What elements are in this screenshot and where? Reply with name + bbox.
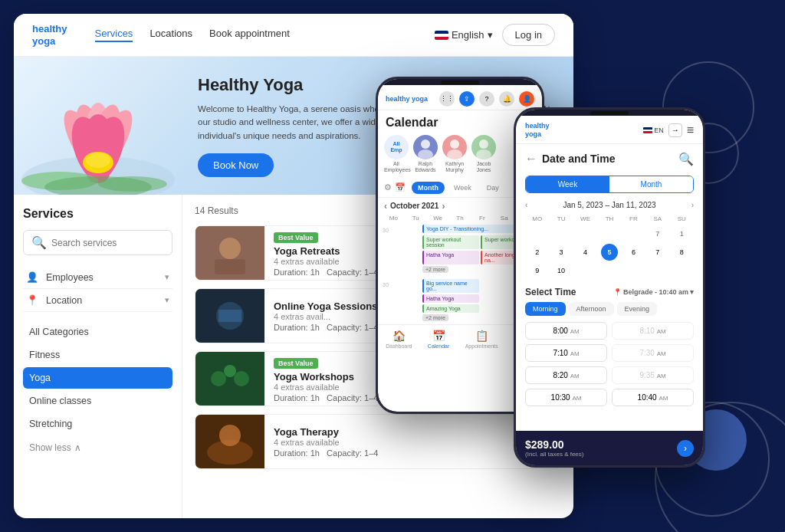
time-slot-1030[interactable]: 10:30 AM: [525, 389, 607, 406]
nav-links: Services Locations Book appointment: [95, 28, 413, 42]
chevron-down-icon: ▾: [165, 295, 169, 305]
category-stretching[interactable]: Stretching: [23, 413, 172, 435]
location-icon: 📍: [26, 294, 38, 306]
svg-point-23: [224, 365, 236, 377]
filter-location-label: Location: [46, 295, 82, 306]
category-all[interactable]: All Categories: [23, 321, 172, 343]
event-amazing-yoga[interactable]: Amazing Yoga: [422, 304, 479, 313]
logo[interactable]: healthy yoga: [32, 23, 67, 47]
today-marker[interactable]: 5: [601, 244, 618, 261]
help-icon[interactable]: ?: [479, 91, 494, 107]
timezone-badge: 📍 Belgrade - 10:40 am ▾: [613, 288, 694, 296]
search-input[interactable]: [51, 238, 164, 248]
tab-month[interactable]: Month: [412, 182, 445, 194]
services-section-title: Services: [23, 207, 172, 221]
event-hatha-yoga[interactable]: Hatha Yoga: [422, 251, 479, 264]
event-hatha-yoga2[interactable]: Hatha Yoga: [422, 294, 479, 303]
nav-book[interactable]: Book appointment: [209, 28, 290, 42]
language-label: English: [452, 29, 484, 41]
price-note: (Incl. all taxes & fees): [525, 451, 583, 458]
tab-day[interactable]: Day: [481, 182, 505, 194]
share-icon[interactable]: ⇪: [459, 91, 475, 107]
time-slot-935[interactable]: 9:35 AM: [612, 366, 694, 384]
prev-month-button[interactable]: ‹: [384, 201, 387, 212]
event-big-service[interactable]: Big service name go...: [422, 279, 479, 293]
evening-button[interactable]: Evening: [617, 302, 658, 316]
phone-right-logo: healthyyoga: [525, 122, 550, 139]
svg-rect-16: [215, 259, 245, 274]
service-image-yoga-retreats: [195, 225, 264, 281]
days-header: MOTUWETHFRSASU: [525, 215, 694, 222]
chevron-down-icon: ▾: [165, 272, 169, 282]
price-amount: $289.00: [525, 438, 583, 451]
bell-icon[interactable]: 🔔: [499, 91, 514, 107]
time-slot-800[interactable]: 8:00 AM: [525, 322, 607, 340]
time-slots-grid: 8:00 AM 8:10 AM 7:10 AM 7:30 AM 8:20 AM …: [525, 322, 694, 406]
event-super-workout[interactable]: Super workout session: [422, 235, 479, 249]
time-slot-810[interactable]: 8:10 AM: [612, 322, 694, 340]
morning-button[interactable]: Morning: [525, 302, 566, 316]
tab-week[interactable]: Week: [448, 182, 478, 194]
language-indicator: EN: [643, 126, 664, 134]
nav-appointments[interactable]: 📋 Appointments: [465, 330, 498, 349]
category-online[interactable]: Online classes: [23, 390, 172, 412]
kathryn-murphy-avatar[interactable]: Kathryn Murphy: [442, 135, 467, 174]
next-button[interactable]: ›: [677, 440, 694, 457]
time-slot-730[interactable]: 7:30 AM: [612, 344, 694, 362]
flag-icon: [435, 31, 448, 40]
calendar-week: 7 1: [525, 225, 694, 242]
next-week-button[interactable]: ›: [691, 201, 694, 209]
phone-date-time-screen: healthyyoga EN → ≡ ← Date and Time 🔍: [516, 110, 703, 465]
flag-mini: [643, 127, 652, 133]
filter-employees[interactable]: 👤 Employees ▾: [23, 266, 172, 289]
nav-services[interactable]: Services: [95, 28, 133, 42]
service-name: Yoga Therapy: [274, 426, 551, 438]
category-yoga[interactable]: Yoga: [23, 367, 172, 389]
nav-calendar[interactable]: 📅 Calendar: [428, 330, 449, 349]
date-range: ‹ Jan 5, 2023 – Jan 11, 2023 ›: [525, 201, 694, 209]
book-now-button[interactable]: Book Now: [198, 153, 274, 177]
sidebar: Services 🔍 👤 Employees ▾ 📍 Location ▾: [14, 195, 182, 518]
nav-locations[interactable]: Locations: [149, 28, 192, 42]
svg-point-27: [421, 140, 430, 149]
svg-point-26: [219, 425, 241, 446]
back-button[interactable]: ←: [525, 152, 537, 166]
more-events-badge2[interactable]: +2 more: [422, 314, 448, 321]
service-extras: 4 extras available: [274, 438, 551, 447]
week-button[interactable]: Week: [526, 176, 609, 192]
time-period-toggle: Morning Afternoon Evening: [525, 302, 694, 316]
jacob-jones-avatar[interactable]: Jacob Jones: [471, 135, 496, 174]
month-button[interactable]: Month: [609, 176, 693, 192]
grid-icon[interactable]: ⋮⋮: [439, 91, 455, 107]
avatar-icon[interactable]: 👤: [519, 91, 534, 107]
show-less-button[interactable]: Show less ∧: [23, 439, 172, 456]
login-button[interactable]: Log in: [502, 24, 555, 46]
language-selector[interactable]: English ▾: [435, 29, 493, 41]
service-card-yoga-therapy[interactable]: Yoga Therapy 4 extras available Duration…: [195, 414, 561, 469]
search-icon[interactable]: 🔍: [678, 152, 694, 166]
nav-right: English ▾ Log in: [435, 24, 555, 46]
current-month: October 2021: [390, 202, 438, 210]
filter-employees-label: Employees: [46, 272, 94, 283]
calendar-week-next: 9 10: [525, 262, 694, 279]
category-fitness[interactable]: Fitness: [23, 344, 172, 366]
employees-icon: 👤: [26, 271, 38, 283]
more-events-badge[interactable]: +2 more: [422, 266, 448, 273]
next-month-button[interactable]: ›: [442, 201, 445, 212]
time-slot-710[interactable]: 7:10 AM: [525, 344, 607, 362]
time-slot-820[interactable]: 8:20 AM: [525, 366, 607, 384]
all-employees-avatar[interactable]: AllEmp All Employees: [384, 135, 409, 174]
ralph-edwards-avatar[interactable]: Ralph Edwards: [413, 135, 438, 174]
afternoon-button[interactable]: Afternoon: [569, 302, 614, 316]
date-range-label: Jan 5, 2023 – Jan 11, 2023: [563, 201, 655, 209]
filter-location[interactable]: 📍 Location ▾: [23, 289, 172, 312]
prev-week-button[interactable]: ‹: [525, 201, 527, 209]
menu-icon[interactable]: ≡: [687, 123, 694, 137]
search-box[interactable]: 🔍: [23, 230, 172, 255]
logout-icon[interactable]: →: [668, 123, 682, 137]
svg-point-31: [479, 140, 488, 149]
nav-dashboard[interactable]: 🏠 Dashboard: [386, 330, 412, 349]
dt-header: ← Date and Time 🔍: [525, 152, 694, 166]
time-slot-1040[interactable]: 10:40 AM: [612, 389, 694, 406]
phone-right-header-icons: EN → ≡: [643, 123, 694, 137]
